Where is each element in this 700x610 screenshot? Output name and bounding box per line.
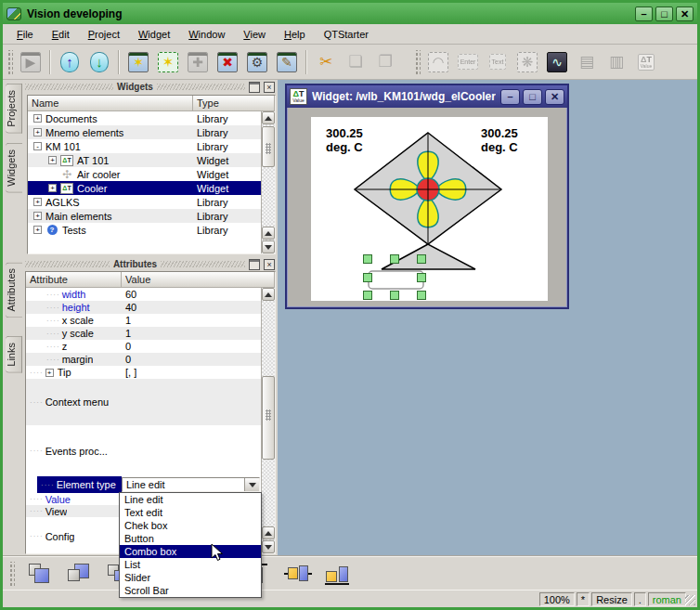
- attributes-dock-float-button[interactable]: [249, 259, 260, 270]
- widget-window-close-button[interactable]: ✕: [545, 89, 564, 105]
- selection-handle[interactable]: [391, 255, 399, 264]
- expand-icon[interactable]: +: [48, 156, 57, 164]
- column-header-name[interactable]: Name: [28, 96, 193, 111]
- attr-row-margin[interactable]: ····margin0: [26, 353, 275, 366]
- tree-row-air-cooler[interactable]: ✣Air coolerWidget: [28, 167, 275, 181]
- attr-row-x-scale[interactable]: ····x scale1: [26, 314, 275, 327]
- align-vertical-center-button[interactable]: [284, 561, 312, 587]
- column-header-type[interactable]: Type: [193, 96, 275, 111]
- toolbar-handle[interactable]: [414, 50, 421, 74]
- column-header-attribute[interactable]: Attribute: [26, 272, 122, 288]
- column-header-value[interactable]: Value: [122, 272, 275, 288]
- current-user[interactable]: roman: [648, 592, 686, 606]
- align-bottom-button[interactable]: [323, 561, 351, 587]
- expand-icon[interactable]: +: [33, 226, 42, 234]
- sidebar-tab-attributes[interactable]: Attributes: [6, 262, 23, 318]
- widget-canvas[interactable]: 300.25deg. C 300.25deg. C: [311, 117, 548, 301]
- attr-row-events-proc[interactable]: ····Events proc...: [26, 425, 275, 476]
- expand-icon[interactable]: +: [33, 212, 42, 220]
- scroll-thumb[interactable]: [262, 376, 275, 460]
- tree-row-tests[interactable]: +?TestsLibrary: [28, 223, 275, 237]
- menu-widget[interactable]: Widget: [130, 26, 178, 43]
- chevron-down-icon[interactable]: [244, 478, 259, 491]
- edit-widget-button[interactable]: ✎: [273, 48, 301, 76]
- save-to-db-button[interactable]: ↓: [85, 48, 113, 76]
- expand-icon[interactable]: +: [33, 198, 42, 206]
- attr-row-y-scale[interactable]: ····y scale1: [26, 327, 275, 340]
- attr-row-width[interactable]: ····width60: [26, 288, 275, 301]
- widgets-dock-close-button[interactable]: ×: [264, 82, 275, 93]
- attributes-dock-close-button[interactable]: ×: [264, 259, 275, 270]
- menu-project[interactable]: Project: [80, 26, 128, 43]
- attr-row-context-menu[interactable]: ····Context menu: [26, 379, 275, 425]
- tree-row-at-101[interactable]: +ΔTAT 101Widget: [28, 153, 275, 167]
- dropdown-item-button[interactable]: Button: [120, 532, 261, 545]
- add-diagram-element-button[interactable]: ∿: [543, 48, 571, 76]
- scroll-down-button[interactable]: [262, 240, 275, 253]
- window-minimize-button[interactable]: –: [635, 6, 653, 21]
- mode-indicator[interactable]: Resize: [591, 592, 632, 606]
- tree-row-cooler[interactable]: +ΔTCoolerWidget: [28, 181, 275, 195]
- scroll-up-button[interactable]: [262, 111, 275, 124]
- widget-window-title-bar[interactable]: ΔTValue Widget: /wlb_KM101/wdg_elCooler …: [287, 85, 567, 108]
- menu-help[interactable]: Help: [276, 26, 314, 43]
- widgets-dock-float-button[interactable]: [249, 82, 260, 93]
- widget-tree-scrollbar[interactable]: [261, 111, 275, 253]
- new-widget-library-button[interactable]: ✶: [124, 48, 152, 76]
- sidebar-tab-projects[interactable]: Projects: [6, 84, 22, 134]
- element-type-combobox[interactable]: Line edit: [122, 477, 260, 492]
- sidebar-tab-widgets[interactable]: Widgets: [6, 143, 23, 193]
- scroll-thumb[interactable]: [262, 126, 275, 167]
- menu-view[interactable]: View: [235, 26, 274, 43]
- cut-button[interactable]: ✂: [312, 48, 340, 76]
- expand-icon[interactable]: +: [33, 114, 42, 123]
- scroll-down-button[interactable]: [262, 540, 275, 553]
- dropdown-item-chek-box[interactable]: Chek box: [120, 519, 261, 532]
- attributes-dock-title[interactable]: Attributes ×: [22, 257, 278, 271]
- menu-window[interactable]: Window: [180, 26, 233, 43]
- menu-qtstarter[interactable]: QTStarter: [316, 26, 377, 43]
- lower-widget-button[interactable]: [65, 561, 93, 587]
- selection-handle[interactable]: [364, 255, 372, 264]
- window-close-button[interactable]: ✕: [676, 6, 694, 21]
- widget-properties-button[interactable]: ⚙: [243, 48, 271, 76]
- widget-window-maximize-button[interactable]: □: [523, 89, 542, 105]
- dropdown-item-combo-box[interactable]: Combo box: [120, 545, 261, 558]
- selection-handle[interactable]: [364, 274, 372, 282]
- scroll-up-button[interactable]: [262, 526, 275, 539]
- title-bar[interactable]: Vision developing –□✕: [3, 3, 697, 24]
- tree-row-main-elements[interactable]: +Main elementsLibrary: [28, 209, 275, 223]
- widget-window-minimize-button[interactable]: –: [500, 89, 520, 105]
- menu-file[interactable]: File: [8, 26, 42, 43]
- selection-handle[interactable]: [391, 292, 399, 300]
- toolbar-handle[interactable]: [6, 50, 13, 74]
- tree-row-aglks[interactable]: +AGLKSLibrary: [28, 195, 275, 209]
- zoom-level[interactable]: 100%: [539, 592, 575, 606]
- sidebar-tab-links[interactable]: Links: [6, 336, 22, 373]
- new-widget-button[interactable]: ✶: [154, 48, 182, 76]
- scroll-up-button[interactable]: [262, 227, 275, 240]
- attr-row-height[interactable]: ····height40: [26, 301, 275, 314]
- expand-icon[interactable]: +: [33, 128, 42, 136]
- dropdown-item-list[interactable]: List: [120, 558, 261, 571]
- attr-row-z[interactable]: ····z0: [26, 340, 275, 353]
- toolbar-handle[interactable]: [8, 562, 15, 586]
- load-from-db-button[interactable]: ↑: [56, 48, 84, 76]
- dropdown-item-scroll-bar[interactable]: Scroll Bar: [120, 584, 261, 597]
- attr-row-tip[interactable]: ····+Tip[, ]: [26, 366, 275, 379]
- dropdown-item-text-edit[interactable]: Text edit: [120, 506, 261, 519]
- attributes-scrollbar[interactable]: [261, 288, 275, 553]
- menu-edit[interactable]: Edit: [44, 26, 78, 43]
- dropdown-item-line-edit[interactable]: Line edit: [120, 493, 261, 506]
- collapse-icon[interactable]: -: [33, 142, 42, 150]
- tree-row-documents[interactable]: +DocumentsLibrary: [28, 111, 275, 125]
- dropdown-item-slider[interactable]: Slider: [120, 571, 261, 584]
- selection-handle[interactable]: [364, 292, 372, 300]
- tree-row-mnemo-elements[interactable]: +Mnemo elementsLibrary: [28, 125, 275, 139]
- attr-row-element-type[interactable]: ····Element typeLine edit: [26, 476, 275, 493]
- expand-icon[interactable]: +: [48, 184, 57, 192]
- window-maximize-button[interactable]: □: [655, 6, 673, 21]
- tree-row-km-101[interactable]: -KM 101Library: [28, 139, 275, 153]
- expand-icon[interactable]: +: [45, 369, 54, 377]
- selection-handle[interactable]: [418, 292, 426, 300]
